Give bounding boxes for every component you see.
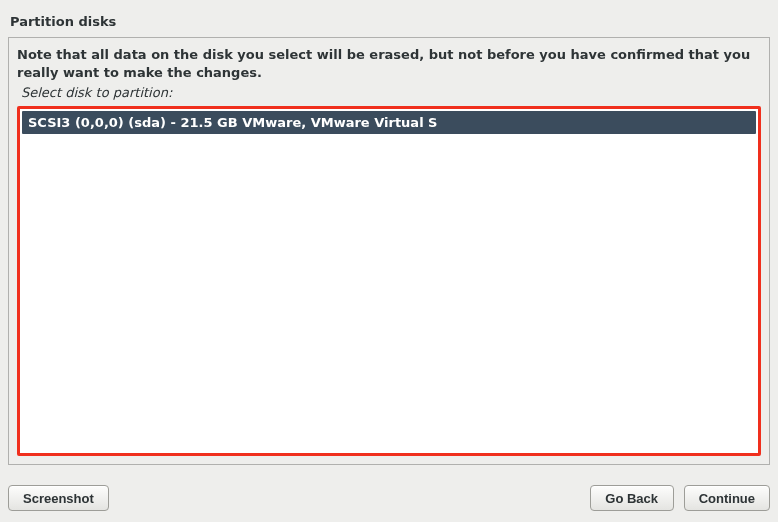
continue-button[interactable]: Continue <box>684 485 770 511</box>
warning-note: Note that all data on the disk you selec… <box>17 46 761 81</box>
screenshot-button[interactable]: Screenshot <box>8 485 109 511</box>
select-disk-prompt: Select disk to partition: <box>21 85 761 100</box>
bottom-left-group: Screenshot <box>8 485 109 511</box>
main-frame: Note that all data on the disk you selec… <box>8 37 770 465</box>
bottom-button-bar: Screenshot Go Back Continue <box>8 484 770 512</box>
go-back-button[interactable]: Go Back <box>590 485 674 511</box>
disk-list: SCSI3 (0,0,0) (sda) - 21.5 GB VMware, VM… <box>17 106 761 456</box>
partitioner-window: Partition disks Note that all data on th… <box>0 0 778 522</box>
bottom-right-group: Go Back Continue <box>590 485 770 511</box>
page-title: Partition disks <box>0 0 778 37</box>
disk-option-sda[interactable]: SCSI3 (0,0,0) (sda) - 21.5 GB VMware, VM… <box>22 111 756 134</box>
